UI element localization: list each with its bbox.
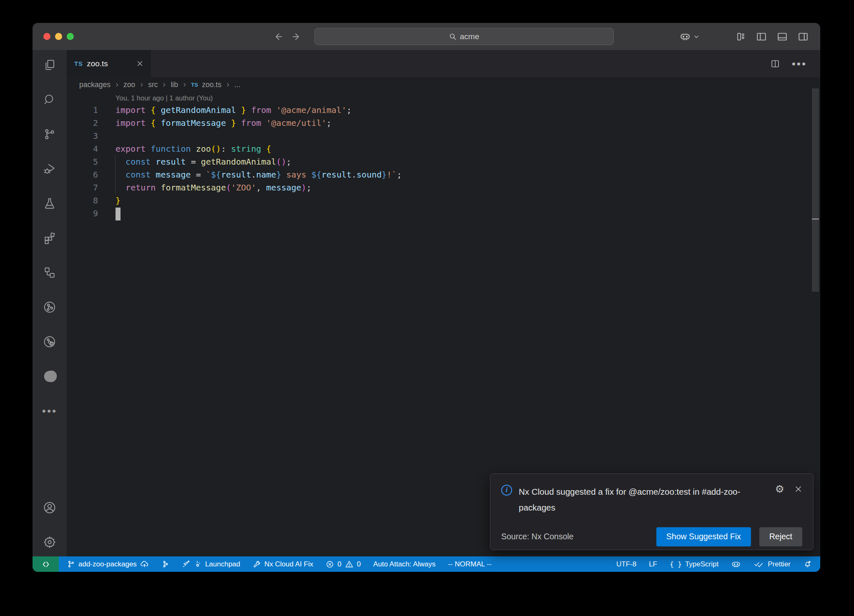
minimize-window-button[interactable] [55,33,62,40]
code-line[interactable]: 1import { getRandomAnimal } from '@acme/… [67,104,820,117]
line-number: 5 [67,155,98,168]
breadcrumb-item[interactable]: zoo [123,80,135,89]
code-line[interactable]: 5 const result = getRandomAnimal(); [67,155,820,168]
run-debug-icon[interactable] [40,159,60,179]
status-right: UTF-8 LF { } TypeScript Prettier [615,559,820,569]
source-control-icon[interactable] [40,124,60,144]
tab-zoo-ts[interactable]: TS zoo.ts [67,50,151,77]
nx-cloud-fix-status[interactable]: Nx Cloud AI Fix [252,560,314,568]
command-center-search[interactable]: acme [314,28,614,45]
double-check-icon [754,560,764,568]
branch-name: add-zoo-packages [78,560,137,568]
extensions-icon[interactable] [40,228,60,248]
notification-toast: i Nx Cloud suggested a fix for @acme/zoo… [490,473,814,550]
vim-mode-status[interactable]: -- NORMAL -- [447,560,492,568]
search-sidebar-icon[interactable] [40,90,60,110]
auto-attach-status[interactable]: Auto Attach: Always [372,560,436,568]
language-mode-status[interactable]: { } TypeScript [669,560,719,568]
breadcrumb: packages zoo src lib TS zoo.ts ... [67,77,820,93]
split-editor-icon[interactable] [770,59,780,69]
remote-explorer-icon[interactable] [40,263,60,283]
nx-console-icon[interactable] [40,297,60,317]
encoding-status[interactable]: UTF-8 [615,560,637,568]
title-bar: acme [33,23,820,50]
breadcrumb-more[interactable]: ... [234,80,241,89]
close-tab-icon[interactable] [136,60,143,67]
toggle-primary-sidebar-icon[interactable] [756,31,767,42]
eol-label: LF [649,560,657,568]
rocket-icon [182,560,191,568]
git-branch-status[interactable]: add-zoo-packages [66,560,150,568]
wrench-icon [253,560,261,568]
editor-scrollbar[interactable] [812,88,819,292]
layout-controls [736,23,809,50]
reject-button[interactable]: Reject [759,527,802,546]
code-lines: 1import { getRandomAnimal } from '@acme/… [67,104,820,220]
warning-count: 0 [357,560,361,568]
toast-message: Nx Cloud suggested a fix for @acme/zoo:t… [519,484,769,516]
back-icon[interactable] [273,32,283,42]
line-number: 7 [67,181,98,194]
copilot-icon [731,559,741,569]
breadcrumb-item[interactable]: packages [79,80,111,89]
breadcrumb-item[interactable]: src [148,80,158,89]
window-controls [43,33,74,40]
breadcrumb-separator-icon [139,82,144,88]
formatter-status[interactable]: Prettier [753,560,791,568]
typescript-file-icon: TS [74,60,83,67]
launchpad-status[interactable]: Launchpad [181,560,241,568]
eol-status[interactable]: LF [648,560,658,568]
toggle-panel-icon[interactable] [777,31,788,42]
status-bar: add-zoo-packages Launchpad [33,556,820,572]
line-number: 3 [67,130,98,143]
code-line[interactable]: 8} [67,194,820,207]
show-suggested-fix-button[interactable]: Show Suggested Fix [656,527,751,546]
code-line[interactable]: 9 [67,207,820,220]
status-left: add-zoo-packages Launchpad [66,560,492,568]
vscode-window: acme [33,23,820,572]
line-number: 6 [67,168,98,181]
customize-layout-icon[interactable] [736,32,746,42]
formatter-label: Prettier [768,560,791,568]
line-number: 2 [67,117,98,130]
code-line[interactable]: 6 const message = `${result.name} says $… [67,168,820,181]
breadcrumb-item[interactable]: zoo.ts [202,80,221,89]
nx-cloud-icon[interactable] [40,332,60,352]
vim-mode-label: -- NORMAL -- [448,560,491,568]
remote-indicator[interactable] [33,556,59,572]
settings-gear-icon[interactable] [40,532,60,552]
toggle-secondary-sidebar-icon[interactable] [798,31,809,42]
copilot-icon [679,31,691,43]
accounts-icon[interactable] [40,498,60,518]
breadcrumb-item[interactable]: lib [171,80,178,89]
code-line[interactable]: 3 [67,130,820,143]
problems-status[interactable]: 0 0 [325,560,362,568]
source-control-graph-status[interactable] [161,560,170,568]
copilot-status[interactable] [730,559,742,569]
more-actions-icon[interactable]: ••• [792,62,807,66]
notification-settings-gear-icon[interactable]: ⚙ [775,484,784,494]
tab-label: zoo.ts [87,59,108,68]
git-branch-icon [67,560,75,568]
breadcrumb-separator-icon [225,82,231,88]
breadcrumb-separator-icon [182,82,187,88]
edge-browser-icon[interactable] [40,366,60,386]
explorer-icon[interactable] [40,55,60,75]
search-icon [449,33,457,40]
code-line[interactable]: 7 return formatMessage('ZOO', message); [67,181,820,194]
indent-guide [115,155,116,194]
code-line[interactable]: 2import { formatMessage } from '@acme/ut… [67,117,820,130]
more-views-icon[interactable]: ••• [40,401,60,421]
testing-icon[interactable] [40,193,60,213]
notifications-status[interactable] [802,560,813,568]
git-blame-annotation: You, 1 hour ago | 1 author (You) [67,93,820,104]
info-icon: i [501,485,512,496]
chevron-down-icon [693,34,699,40]
zoom-window-button[interactable] [67,33,74,40]
code-line[interactable]: 4export function zoo(): string { [67,143,820,155]
forward-icon[interactable] [292,32,302,42]
language-label: TypeScript [685,560,718,568]
close-window-button[interactable] [43,33,50,40]
copilot-menu[interactable] [679,23,699,50]
close-notification-icon[interactable] [794,485,802,493]
